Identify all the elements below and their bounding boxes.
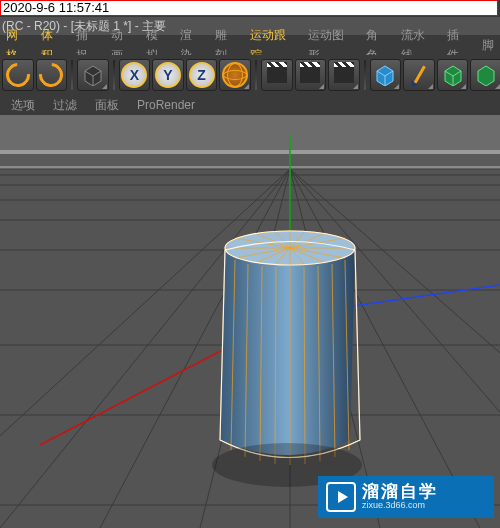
toolbar-separator: [71, 60, 73, 90]
undo-button[interactable]: [2, 59, 34, 91]
toolbar-separator: [364, 60, 366, 90]
undo-icon: [1, 58, 35, 92]
axis-x-icon: X: [121, 62, 147, 88]
generator-icon: [475, 64, 497, 86]
svg-rect-8: [0, 150, 500, 154]
subbar-item-panel[interactable]: 面板: [86, 95, 128, 115]
toolbar-separator: [113, 60, 115, 90]
subbar-item-options[interactable]: 选项: [2, 95, 44, 115]
render-picture-icon: [267, 67, 287, 83]
watermark: 溜溜自学 zixue.3d66.com: [318, 476, 494, 518]
render-settings-button[interactable]: [328, 59, 360, 91]
axis-z-icon: Z: [189, 62, 215, 88]
svg-marker-6: [478, 66, 494, 86]
svg-rect-9: [0, 154, 500, 166]
axis-y-icon: Y: [155, 62, 181, 88]
svg-rect-7: [0, 115, 500, 150]
main-toolbar: X Y Z: [0, 55, 500, 95]
watermark-brand: 溜溜自学: [362, 483, 438, 502]
menu-bar: 网格 体积 捕捉 动画 模拟 渲染 雕刻 运动跟踪 运动图形 角色 流水线 插件…: [0, 35, 500, 55]
axis-x-button[interactable]: X: [119, 59, 151, 91]
watermark-url: zixue.3d66.com: [362, 501, 438, 511]
subbar-item-prorender[interactable]: ProRender: [128, 95, 204, 115]
redo-icon: [34, 58, 68, 92]
toolbar-separator: [255, 60, 257, 90]
render-view-button[interactable]: [261, 59, 293, 91]
timestamp-text: 2020-9-6 11:57:41: [3, 0, 109, 15]
viewport-scene: [0, 115, 500, 528]
generator-button[interactable]: [437, 59, 469, 91]
timestamp-bar: 2020-9-6 11:57:41: [0, 0, 498, 16]
subbar-item-filter[interactable]: 过滤: [44, 95, 86, 115]
axis-y-button[interactable]: Y: [152, 59, 184, 91]
cube-mode-icon: [82, 64, 104, 86]
deformer-cube-icon: [442, 64, 464, 86]
render-settings-icon: [334, 67, 354, 83]
primitive-cube-icon: [374, 64, 396, 86]
spline-pen-button[interactable]: [403, 59, 435, 91]
generator2-button[interactable]: [470, 59, 500, 91]
play-icon: [326, 482, 356, 512]
render-region-icon: [300, 67, 320, 83]
primitive-button[interactable]: [370, 59, 402, 91]
coordinate-system-button[interactable]: [219, 59, 251, 91]
axis-z-button[interactable]: Z: [186, 59, 218, 91]
menu-item-script[interactable]: 脚: [476, 35, 500, 55]
live-select-button[interactable]: [77, 59, 109, 91]
render-region-button[interactable]: [295, 59, 327, 91]
viewport-subbar: 选项 过滤 面板 ProRender: [0, 95, 500, 115]
pen-tool-icon: [413, 66, 426, 85]
viewport[interactable]: 溜溜自学 zixue.3d66.com: [0, 115, 500, 528]
redo-button[interactable]: [36, 59, 68, 91]
